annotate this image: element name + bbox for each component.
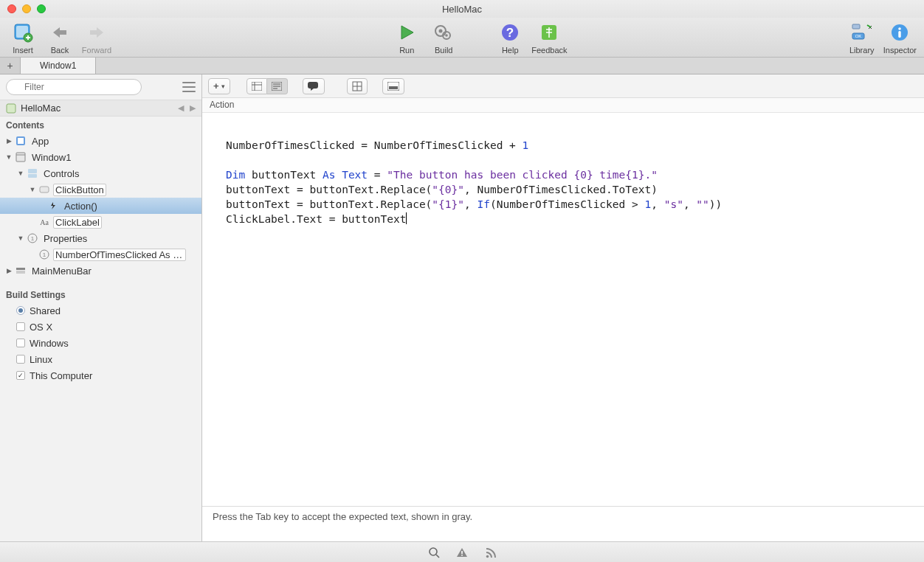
properties-icon: 1 [27,232,38,244]
panel-button[interactable] [382,78,404,94]
controls-icon [27,167,38,179]
event-icon [47,200,59,212]
tab-window1[interactable]: Window1 [21,58,96,74]
view-code-button[interactable] [267,78,288,94]
svg-rect-39 [308,82,318,89]
forward-button[interactable]: Forward [81,21,112,55]
back-button[interactable]: Back [44,21,75,55]
insert-icon [11,21,35,44]
project-icon [6,103,16,114]
tree-label: NumberOfTimesClicked As In... [53,249,186,261]
tree-label: Window1 [30,151,73,164]
project-name: HelloMac [21,103,61,114]
insert-button[interactable]: Insert [7,21,38,55]
build-label: Build [435,46,452,55]
tree-item-action[interactable]: Action() [0,198,201,214]
build-item-shared[interactable]: Shared [0,302,201,319]
titlebar: HelloMac [0,0,924,18]
svg-text:OK: OK [855,34,861,38]
forward-label: Forward [82,46,111,55]
tree-label: Properties [41,232,89,245]
tree-item-clickbutton[interactable]: ▼ ClickButton [0,181,201,198]
svg-point-45 [430,548,437,555]
svg-rect-25 [40,187,49,192]
disclosure-icon[interactable]: ▼ [16,235,25,242]
search-status-icon[interactable] [428,547,440,558]
text-cursor [406,212,407,224]
grid-button[interactable] [347,78,368,94]
svg-rect-21 [16,153,25,162]
feedback-button[interactable]: Feedback [531,21,567,55]
build-item-thiscomputer[interactable]: ✓ This Computer [0,367,201,384]
code-icon [272,82,282,91]
history-forward-icon[interactable]: ▶ [190,103,196,113]
svg-rect-31 [16,271,25,274]
tree-label: Action() [62,200,100,212]
tree-label: ClickButton [53,184,106,196]
tree-item-app[interactable]: ▶ App [0,133,201,149]
view-layout-button[interactable] [246,78,267,94]
comment-button[interactable] [303,78,325,94]
tree-item-properties[interactable]: ▼ 1 Properties [0,230,201,246]
filter-row [0,74,201,100]
radio-icon[interactable] [16,306,25,315]
forward-arrow-icon [85,21,108,44]
checkbox-icon[interactable] [16,322,25,331]
disclosure-icon[interactable]: ▶ [4,137,13,145]
history-back-icon[interactable]: ◀ [178,103,184,113]
build-label: OS X [30,322,52,333]
tree-item-numberoftimes[interactable]: 1 NumberOfTimesClicked As In... [0,246,201,263]
build-item-linux[interactable]: Linux [0,351,201,367]
disclosure-icon[interactable]: ▼ [4,153,13,161]
add-item-button[interactable]: +▾ [208,78,230,94]
build-button[interactable]: Build [428,21,459,55]
statusbar [0,541,924,562]
checkbox-icon[interactable] [16,355,25,364]
navigator-sidebar: HelloMac ◀ ▶ Contents ▶ App ▼ Window1 ▼ … [0,74,202,541]
tree-item-controls[interactable]: ▼ Controls [0,165,201,181]
back-arrow-icon [48,21,72,44]
inspector-label: Inspector [883,46,917,55]
code-editor[interactable]: NumberOfTimesClicked = NumberOfTimesClic… [202,113,924,506]
breadcrumb-label: Action [210,100,234,110]
build-label: Shared [30,305,61,316]
svg-point-4 [439,29,443,32]
breadcrumb[interactable]: Action [202,98,924,113]
inspector-button[interactable]: Inspector [883,21,917,55]
disclosure-icon[interactable]: ▼ [16,170,25,177]
build-item-windows[interactable]: Windows [0,335,201,351]
disclosure-icon[interactable]: ▼ [28,186,37,193]
svg-rect-18 [7,104,15,113]
editor-pane: +▾ Action [202,74,924,541]
tree-item-clicklabel[interactable]: Aa ClickLabel [0,214,201,230]
checkbox-icon[interactable]: ✓ [16,371,25,380]
build-label: This Computer [30,370,92,381]
build-item-osx[interactable]: OS X [0,319,201,335]
help-button[interactable]: ? Help [494,21,525,55]
warning-status-icon[interactable] [456,547,468,558]
toolbar: Insert Back Forward Run Build [0,18,924,58]
svg-rect-10 [852,24,860,29]
run-label: Run [399,46,414,55]
list-toggle-icon[interactable] [182,82,196,92]
rss-status-icon[interactable] [484,547,496,558]
tab-label: Window1 [40,60,76,71]
project-row[interactable]: HelloMac ◀ ▶ [0,100,201,117]
library-icon: OK [850,21,874,44]
panel-icon [387,82,399,91]
filter-input[interactable] [6,79,142,95]
tip-bar: Press the Tab key to accept the expected… [202,506,924,541]
build-label: Linux [30,354,52,365]
build-settings-header: Build Settings [0,286,201,302]
disclosure-icon[interactable]: ▶ [4,267,13,274]
tree-item-mainmenubar[interactable]: ▶ MainMenuBar [0,263,201,279]
label-icon: Aa [38,216,50,228]
window-icon [15,151,27,163]
library-button[interactable]: OK Library [847,21,878,55]
new-tab-button[interactable]: + [0,58,21,74]
checkbox-icon[interactable] [16,339,25,347]
tree-item-window1[interactable]: ▼ Window1 [0,149,201,165]
property-icon: 1 [38,249,50,260]
run-button[interactable]: Run [391,21,422,55]
svg-rect-30 [16,268,25,270]
